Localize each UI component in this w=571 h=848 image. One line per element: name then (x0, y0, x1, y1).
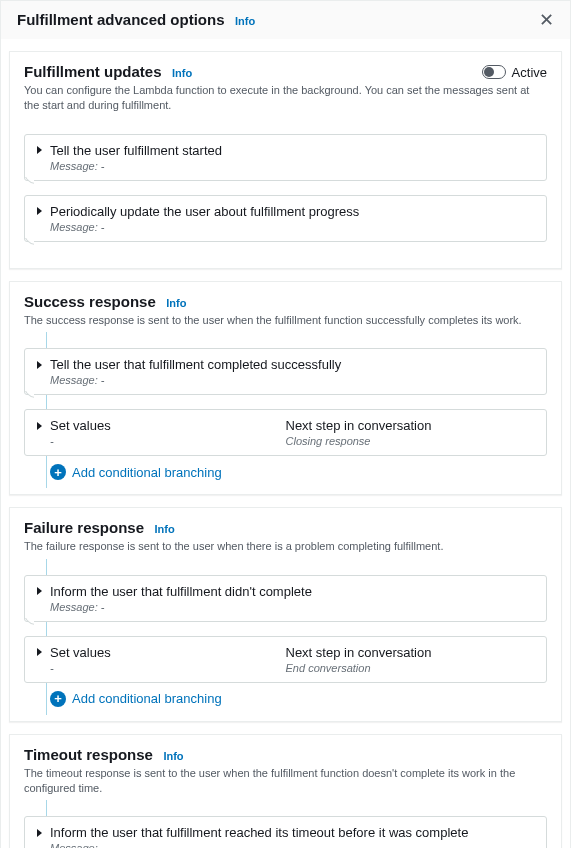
add-conditional-branching-link[interactable]: + Add conditional branching (50, 691, 547, 707)
card-started-message[interactable]: Tell the user fulfillment started Messag… (24, 134, 547, 181)
card-sub: Message: - (37, 221, 534, 233)
next-step-label: Next step in conversation (286, 418, 535, 433)
caret-icon (37, 146, 42, 154)
card-sub: Message: - (37, 601, 534, 613)
card-failure-message[interactable]: Inform the user that fulfillment didn't … (24, 575, 547, 622)
section-title: Failure response (24, 519, 144, 536)
section-timeout-response: Timeout response Info The timeout respon… (9, 734, 562, 848)
info-link[interactable]: Info (155, 523, 175, 535)
card-sub: Message: - (37, 160, 534, 172)
section-header: Timeout response Info The timeout respon… (10, 735, 561, 801)
section-header: Fulfillment updates Info Active You can … (10, 52, 561, 118)
section-desc: You can configure the Lambda function to… (24, 83, 547, 114)
info-link[interactable]: Info (163, 750, 183, 762)
card-title: Inform the user that fulfillment reached… (50, 825, 468, 840)
toggle-knob (484, 67, 494, 77)
section-title: Fulfillment updates (24, 63, 162, 80)
caret-icon (37, 587, 42, 595)
section-body: Inform the user that fulfillment didn't … (10, 559, 561, 721)
section-failure-response: Failure response Info The failure respon… (9, 507, 562, 721)
next-step-sub: Closing response (286, 435, 535, 447)
toggle-label: Active (512, 65, 547, 80)
caret-icon (37, 648, 42, 656)
card-sub: Message: - (37, 842, 534, 848)
next-step-sub: End conversation (286, 662, 535, 674)
section-body: Tell the user that fulfillment completed… (10, 332, 561, 494)
expand-row[interactable]: Set values (37, 418, 286, 433)
set-values-sub: - (37, 662, 286, 674)
card-title: Tell the user fulfillment started (50, 143, 222, 158)
section-desc: The success response is sent to the user… (24, 313, 547, 328)
card-progress-message[interactable]: Periodically update the user about fulfi… (24, 195, 547, 242)
fulfillment-panel: Fulfillment advanced options Info ✕ Fulf… (0, 0, 571, 848)
expand-row[interactable]: Tell the user that fulfillment completed… (37, 357, 534, 372)
panel-header: Fulfillment advanced options Info ✕ (1, 1, 570, 39)
section-header: Failure response Info The failure respon… (10, 508, 561, 558)
speech-tail-icon (24, 391, 34, 401)
section-header: Success response Info The success respon… (10, 282, 561, 332)
info-link[interactable]: Info (166, 297, 186, 309)
add-label: Add conditional branching (72, 691, 222, 706)
card-success-message[interactable]: Tell the user that fulfillment completed… (24, 348, 547, 395)
expand-row[interactable]: Set values (37, 645, 286, 660)
set-values-label: Set values (50, 418, 111, 433)
plus-icon: + (50, 464, 66, 480)
card-title: Tell the user that fulfillment completed… (50, 357, 341, 372)
speech-tail-icon (24, 618, 34, 628)
section-body: Inform the user that fulfillment reached… (10, 800, 561, 848)
add-label: Add conditional branching (72, 465, 222, 480)
add-conditional-branching-link[interactable]: + Add conditional branching (50, 464, 547, 480)
card-timeout-message[interactable]: Inform the user that fulfillment reached… (24, 816, 547, 848)
set-values-label: Set values (50, 645, 111, 660)
caret-icon (37, 207, 42, 215)
plus-icon: + (50, 691, 66, 707)
card-values-next[interactable]: Set values - Next step in conversation C… (24, 409, 547, 456)
info-link[interactable]: Info (172, 67, 192, 79)
caret-icon (37, 829, 42, 837)
section-success-response: Success response Info The success respon… (9, 281, 562, 495)
active-toggle-wrap: Active (482, 65, 547, 80)
caret-icon (37, 361, 42, 369)
section-body: Tell the user fulfillment started Messag… (10, 118, 561, 268)
info-link[interactable]: Info (235, 15, 255, 27)
active-toggle[interactable] (482, 65, 506, 79)
next-step-label: Next step in conversation (286, 645, 535, 660)
set-values-sub: - (37, 435, 286, 447)
section-fulfillment-updates: Fulfillment updates Info Active You can … (9, 51, 562, 269)
card-values-next[interactable]: Set values - Next step in conversation E… (24, 636, 547, 683)
expand-row[interactable]: Periodically update the user about fulfi… (37, 204, 534, 219)
section-desc: The failure response is sent to the user… (24, 539, 547, 554)
expand-row[interactable]: Tell the user fulfillment started (37, 143, 534, 158)
close-button[interactable]: ✕ (539, 11, 554, 29)
expand-row[interactable]: Inform the user that fulfillment reached… (37, 825, 534, 840)
section-title: Success response (24, 293, 156, 310)
card-title: Inform the user that fulfillment didn't … (50, 584, 312, 599)
caret-icon (37, 422, 42, 430)
card-sub: Message: - (37, 374, 534, 386)
section-desc: The timeout response is sent to the user… (24, 766, 547, 797)
speech-tail-icon (24, 177, 34, 187)
expand-row[interactable]: Inform the user that fulfillment didn't … (37, 584, 534, 599)
speech-tail-icon (24, 238, 34, 248)
card-title: Periodically update the user about fulfi… (50, 204, 359, 219)
panel-title: Fulfillment advanced options (17, 11, 225, 28)
section-title: Timeout response (24, 746, 153, 763)
